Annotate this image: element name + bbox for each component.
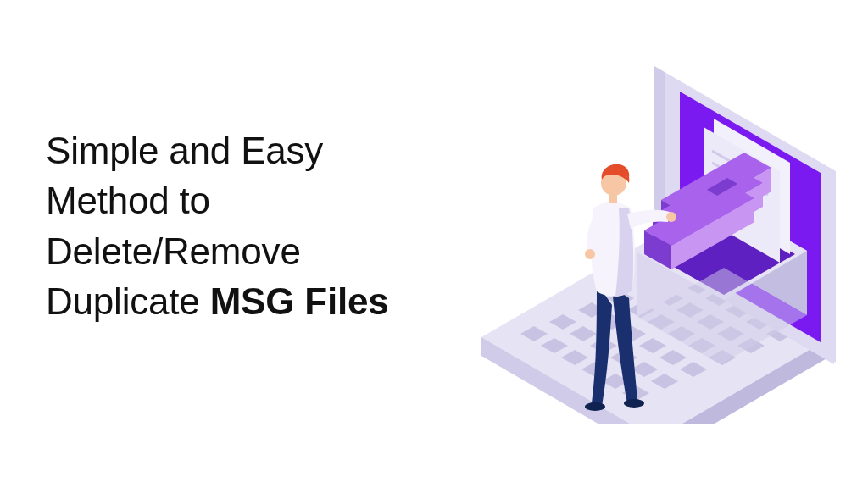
- page: Simple and Easy Method to Delete/Remove …: [0, 0, 868, 488]
- svg-point-65: [624, 399, 644, 408]
- headline-line-4-bold: MSG Files: [210, 280, 389, 322]
- headline-line-4-pre: Duplicate: [46, 280, 210, 322]
- laptop-files-illustration: [470, 51, 843, 424]
- svg-point-64: [585, 402, 605, 411]
- headline-line-1: Simple and Easy: [46, 130, 323, 171]
- headline-line-2: Method to: [46, 180, 210, 221]
- headline: Simple and Easy Method to Delete/Remove …: [46, 125, 487, 327]
- svg-point-66: [666, 212, 676, 222]
- svg-point-67: [585, 249, 595, 259]
- headline-line-3: Delete/Remove: [46, 230, 301, 272]
- svg-point-70: [620, 182, 625, 187]
